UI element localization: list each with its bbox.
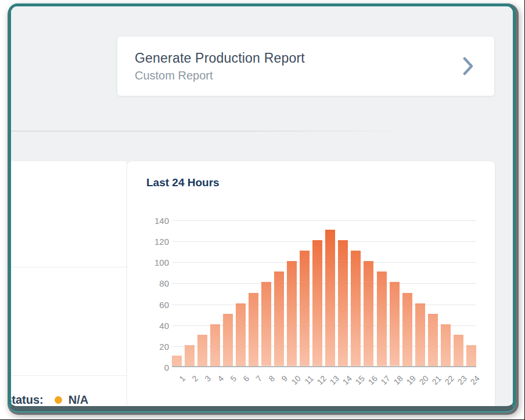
chart-bar [351,251,361,366]
chart-bar [312,240,322,366]
chart-bars [172,230,476,366]
header-divider [11,131,513,132]
x-axis-tick: 15 [351,371,361,396]
x-axis-tick: 11 [300,371,310,396]
x-axis-tick: 4 [210,371,220,396]
x-axis-labels: 123456789101112131415161718192021222324 [172,371,476,396]
chart-bar [223,314,233,366]
y-axis-tick-label: 40 [159,320,169,330]
x-axis-tick: 17 [377,371,387,396]
gridline [172,366,476,367]
chart-bar [377,271,387,366]
chart-bar [441,324,451,366]
chart-bar [185,345,195,366]
y-axis-tick-label: 80 [159,278,169,288]
status-value: N/A [69,393,88,407]
x-axis-tick: 16 [364,371,373,396]
chart-bar [390,282,400,366]
x-axis-tick: 23 [454,371,463,396]
chart-bar [466,345,476,366]
x-axis-tick: 9 [274,371,284,396]
chart-bar [261,282,271,366]
status-row: Status: N/A [8,393,88,407]
chart-bar [415,303,425,366]
x-axis-tick: 20 [415,371,425,396]
y-axis-tick-label: 140 [154,216,169,226]
chart-bar [364,261,373,366]
x-axis-tick: 3 [197,371,207,396]
y-axis-tick-label: 60 [159,299,169,309]
x-axis-tick: 2 [185,371,195,396]
chart-bar [338,240,348,366]
chart-bar [249,293,258,367]
screenshot-page: Generate Production Report Custom Report… [0,0,525,420]
chart-bar [210,324,220,366]
x-axis-tick: 5 [223,371,233,396]
chart-bar [197,335,207,366]
x-axis-tick: 22 [441,371,451,396]
gridline [172,220,476,221]
y-axis-tick-label: 120 [154,237,169,247]
report-card-title: Generate Production Report [135,50,305,66]
x-axis-tick: 14 [338,371,348,396]
chevron-right-icon[interactable] [463,57,473,75]
x-axis-tick: 10 [287,371,297,396]
x-axis-tick: 7 [249,371,258,396]
x-axis-tick: 1 [172,371,182,396]
chart-bar [172,356,182,366]
x-axis-tick: 21 [428,371,438,396]
panel-divider [11,375,127,376]
chart-bar [428,314,438,366]
left-panel: Status: N/A [11,161,127,406]
status-label: Status: [8,393,44,407]
last-24-hours-chart-card: Last 24 Hours 140120100806040200 1234567… [127,161,495,406]
chart-bar [274,271,284,366]
x-axis-tick: 6 [236,371,246,396]
panel-divider [11,267,127,267]
x-axis-tick: 24 [466,371,476,396]
chart-bar [300,251,310,366]
y-axis-tick-label: 0 [164,363,169,372]
x-axis-tick: 12 [312,371,322,396]
x-axis-tick: 19 [402,371,412,396]
chart-bar [325,230,335,366]
x-axis-tick: 18 [390,371,400,396]
generate-report-button[interactable]: Generate Production Report Custom Report [117,36,495,96]
x-axis-tick: 13 [325,371,335,396]
chart-bar [454,335,463,366]
chart-bar [287,261,297,366]
y-axis-tick-label: 20 [159,341,169,351]
chart-bar [236,303,246,366]
status-indicator-dot [55,396,62,404]
y-axis-tick-label: 100 [154,258,169,267]
report-card-subtitle: Custom Report [135,69,213,82]
chart-bar [402,293,412,367]
app-window: Generate Production Report Custom Report… [8,3,516,411]
chart-title: Last 24 Hours [146,176,220,189]
x-axis-tick: 8 [261,371,271,396]
chart-plot: 140120100806040200 123456789101112131415… [172,220,476,367]
